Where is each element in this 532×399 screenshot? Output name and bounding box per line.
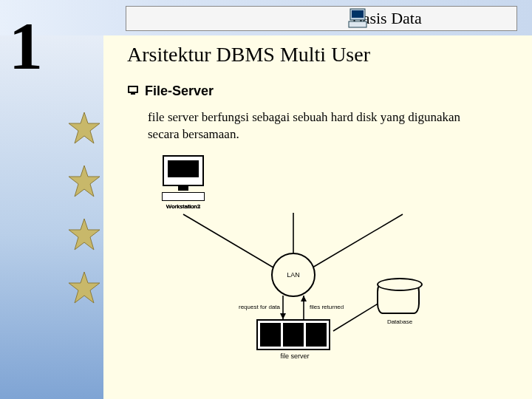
svg-rect-9 bbox=[131, 93, 135, 95]
svg-marker-16 bbox=[301, 296, 307, 301]
star-icon bbox=[66, 111, 102, 146]
header-bar: Basis Data bbox=[126, 6, 517, 31]
svg-rect-8 bbox=[129, 87, 137, 92]
workstation-label: Workstation3 bbox=[151, 203, 215, 210]
arrow-label-request: request for data bbox=[239, 304, 280, 310]
svg-marker-14 bbox=[280, 313, 286, 319]
star-icon bbox=[66, 270, 102, 306]
monitor-bullet-icon bbox=[127, 85, 139, 98]
chapter-number: 1 bbox=[9, 12, 43, 80]
svg-marker-4 bbox=[69, 166, 100, 197]
slide-title: Arsitektur DBMS Multi User bbox=[127, 43, 370, 66]
svg-rect-1 bbox=[352, 10, 364, 18]
svg-rect-2 bbox=[349, 21, 366, 27]
fileserver-node: file server bbox=[256, 319, 333, 360]
svg-marker-5 bbox=[69, 219, 100, 250]
lan-label: LAN bbox=[287, 271, 300, 279]
svg-marker-3 bbox=[69, 112, 100, 143]
lan-node: LAN bbox=[271, 253, 316, 297]
svg-line-12 bbox=[313, 214, 403, 267]
database-node: Database bbox=[377, 282, 423, 325]
bullet-row: File-Server bbox=[127, 83, 214, 99]
workstation-node: Workstation3 bbox=[151, 155, 215, 210]
arrow-label-return: files returned bbox=[310, 304, 344, 310]
star-icon bbox=[66, 217, 102, 253]
star-icon bbox=[66, 164, 102, 200]
fileserver-label: file server bbox=[256, 352, 333, 360]
svg-line-10 bbox=[183, 214, 277, 270]
database-label: Database bbox=[377, 318, 423, 325]
svg-marker-6 bbox=[69, 272, 100, 303]
file-server-diagram: Workstation1 Workstation2 Workstation3 L… bbox=[151, 155, 440, 366]
body-text: file server berfungsi sebagai sebuah har… bbox=[148, 109, 488, 143]
sub-title: File-Server bbox=[145, 83, 214, 99]
computer-icon bbox=[347, 7, 369, 33]
